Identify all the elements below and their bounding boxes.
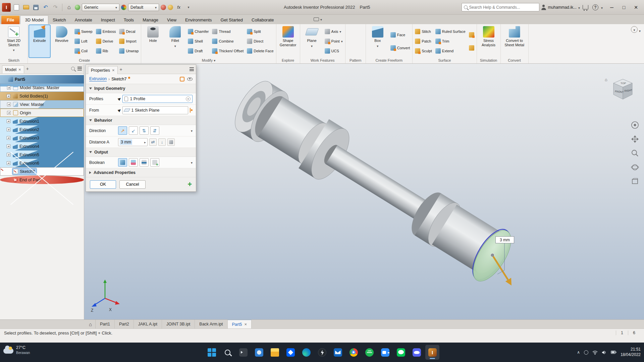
help-button[interactable] [591, 3, 599, 11]
expand-plus-icon[interactable] [7, 119, 10, 123]
derive-button[interactable]: Derive [95, 38, 117, 45]
cancel-button[interactable]: Cancel [119, 180, 146, 189]
to-next-icon[interactable]: ↓ [158, 138, 166, 146]
minimize-button[interactable] [606, 2, 618, 12]
document-tab[interactable]: JOINT 3B.ipt [162, 320, 195, 328]
save-button[interactable] [32, 3, 40, 11]
draft-button[interactable]: Draft [187, 48, 210, 55]
chevron-down-icon[interactable] [191, 128, 193, 133]
tree-item[interactable]: Extrusion2 [0, 125, 84, 134]
measure-icon[interactable] [167, 138, 175, 146]
ribbon-tab[interactable]: Inspect [97, 16, 119, 24]
tree-item[interactable]: Extrusion1 [0, 117, 84, 125]
help-search-box[interactable] [462, 3, 539, 11]
boolean-intersect-button[interactable] [140, 158, 149, 167]
sweep-button[interactable]: Sweep [73, 28, 94, 35]
distance-input[interactable]: 3 mm [118, 138, 148, 146]
close-icon[interactable] [18, 67, 21, 72]
expand-plus-icon[interactable] [7, 86, 11, 89]
tree-item[interactable]: Extrusion5 [0, 150, 84, 159]
line-chat-icon[interactable] [394, 345, 408, 360]
trim-button[interactable]: Trim [434, 38, 467, 45]
ribbon-tab[interactable]: File [1, 16, 19, 24]
combine-button[interactable]: Combine [211, 38, 245, 45]
select-cursor-icon[interactable] [117, 96, 122, 101]
start-2d-sketch-button[interactable]: Start 2D Sketch [1, 25, 26, 57]
clear-selection-icon[interactable] [186, 97, 191, 101]
user-chevron-icon[interactable] [578, 4, 580, 10]
discord-icon[interactable] [410, 345, 424, 360]
ribbon-tab[interactable]: Get Started [216, 16, 247, 24]
direction-flipped-button[interactable]: ↙ [129, 126, 138, 135]
ribbon-tab[interactable]: View [163, 16, 181, 24]
tray-chevron-icon[interactable] [577, 350, 580, 355]
mail-icon[interactable] [331, 345, 345, 360]
home-tab-icon[interactable]: ⌂ [86, 320, 96, 328]
panel-label-work-features[interactable]: Work Features [302, 57, 344, 63]
file-explorer-icon[interactable] [268, 345, 282, 360]
chevron-down-icon[interactable] [320, 16, 322, 22]
dropbox-icon[interactable] [283, 345, 298, 360]
appearance-ball-icon[interactable] [121, 5, 126, 10]
terminal-icon[interactable] [236, 345, 250, 360]
panel-label-sketch[interactable]: Sketch [1, 57, 26, 63]
reset-icon[interactable] [180, 77, 184, 81]
stress-analysis-button[interactable]: Stress Analysis [478, 25, 499, 57]
panel-label-create[interactable]: Create [29, 57, 140, 63]
tree-item[interactable]: Extrusion6 [0, 159, 84, 167]
tree-item[interactable]: View: Master [0, 100, 84, 109]
model-browser-tab[interactable]: Model [2, 65, 24, 73]
expand-plus-icon[interactable] [7, 153, 10, 157]
tree-item[interactable]: End of Part [0, 176, 84, 184]
direction-symmetric-button[interactable]: ⇅ [140, 126, 149, 135]
maximize-button[interactable] [618, 2, 630, 12]
tree-item[interactable]: Model States: Master [0, 83, 84, 92]
battery-icon[interactable] [611, 351, 616, 354]
thicken-offset-button[interactable]: Thicken/ Offset [211, 48, 245, 55]
direction-asymmetric-button[interactable]: ⇵ [150, 126, 159, 135]
section-input-geometry[interactable]: Input Geometry [86, 84, 196, 93]
patch-button[interactable]: Patch [414, 38, 433, 45]
coil-button[interactable]: Coil [73, 48, 94, 55]
document-tab[interactable]: Part2 [115, 320, 134, 328]
panel-menu-icon[interactable] [190, 67, 194, 71]
tree-item[interactable]: Part5 [0, 75, 84, 83]
document-tab[interactable]: Back Arm.ipt [195, 320, 227, 328]
close-button[interactable] [630, 2, 642, 12]
stitch-button[interactable]: Stitch [414, 28, 433, 35]
document-tab[interactable]: JAKL A.ipt [134, 320, 162, 328]
from-field[interactable]: 1 Sketch Plane [122, 106, 188, 114]
expand-plus-icon[interactable] [7, 136, 10, 140]
surface-tool-button[interactable] [468, 31, 475, 38]
ucs-button[interactable]: UCS [324, 48, 344, 55]
emboss-button[interactable]: Emboss [95, 28, 117, 35]
zoom-icon[interactable] [631, 149, 639, 158]
panel-label-explore[interactable]: Explore [278, 57, 299, 63]
freeform-convert-button[interactable]: Convert [389, 44, 411, 51]
chevron-down-icon[interactable] [191, 160, 193, 165]
rectangular-pattern-button[interactable] [347, 33, 355, 41]
material-dropdown[interactable]: Generic [82, 4, 119, 11]
document-tab[interactable]: Part5 [228, 320, 252, 328]
camera-app-icon[interactable] [252, 345, 266, 360]
panel-label-modify[interactable]: Modify [143, 57, 274, 63]
chamfer-button[interactable]: Chamfer [187, 28, 210, 35]
wifi-icon[interactable] [592, 350, 598, 355]
expression-chevron-icon[interactable] [144, 140, 146, 144]
lightning-app-icon[interactable] [315, 345, 329, 360]
parameters-fx-button[interactable] [175, 3, 183, 11]
windows-start-icon[interactable] [205, 345, 219, 360]
tree-item[interactable]: Extrusion3 [0, 134, 84, 142]
expand-plus-icon[interactable] [7, 128, 10, 131]
feature-type-link[interactable]: Extrusion [89, 76, 107, 81]
ribbon-tab[interactable]: Manage [138, 16, 163, 24]
apply-plus-button[interactable] [187, 180, 192, 189]
direct-button[interactable]: Direct [246, 38, 274, 45]
expand-plus-icon[interactable] [7, 161, 10, 165]
search-input[interactable] [469, 5, 537, 10]
circular-pattern-button[interactable] [356, 33, 364, 41]
volume-icon[interactable] [602, 350, 607, 355]
edge-browser-icon[interactable] [299, 345, 313, 360]
color-ball-icon[interactable] [168, 5, 173, 10]
user-name[interactable]: muhammad.ik... [548, 5, 577, 10]
